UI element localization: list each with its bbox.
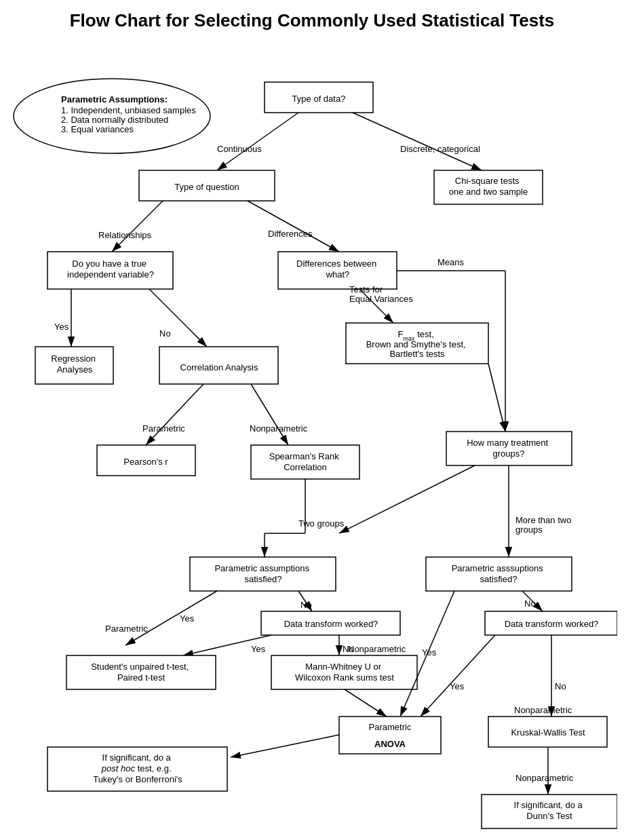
label-no-datatransform: No [300,600,312,610]
label-parametric-pearson: Parametric [142,423,185,434]
arrow-anova-to-posthoc [231,735,339,757]
label-no-more: No [524,598,536,609]
data-transform-more-text: Data transform worked? [505,619,599,629]
label-no-kruskal: No [555,681,566,691]
chi-square-text: Chi-square tests one and two sample [449,176,528,197]
do-you-have-text: Do you have a true independent variable? [67,259,154,280]
arrow-data-to-question [217,113,298,170]
type-of-data-text: Type of data? [292,94,346,104]
arrow-data-to-chi [353,113,482,170]
correlation-text: Correlation Analysis [180,362,258,373]
arrow-question-to-differences [248,201,339,252]
label-relationships: Relationships [98,230,152,240]
label-yes-regression: Yes [54,322,69,332]
arrow-eqvar-to-howmany [488,364,505,432]
label-means: Means [437,257,465,267]
label-discrete: Discrete, categorical [400,144,480,154]
label-yes-transform: Yes [251,644,266,654]
arrow-question-to-do-you [112,201,163,252]
label-no-correlation: No [159,328,171,339]
label-more-than-two: More than two groups [515,515,574,535]
arrow-param-two-yes [125,591,217,645]
kruskal-text: Kruskal-Wallis Test [511,727,585,738]
label-yes-students: Yes [180,613,195,624]
page-title: Flow Chart for Selecting Commonly Used S… [7,7,617,31]
label-nonparam-kruskal: Nonparametric [514,705,572,715]
label-yes-anova2: Yes [450,681,465,691]
label-two-groups: Two groups [298,518,345,529]
page: Flow Chart for Selecting Commonly Used S… [0,0,624,840]
post-hoc-text: If significant, do a post hoc test, e.g.… [93,752,182,784]
regression-text: Regression Analyses [51,354,98,375]
anova-text: ANOVA [374,739,406,749]
label-nonparam-mann: Nonparametric [348,644,406,654]
label-nonparam-dunn: Nonparametric [515,773,574,783]
pearsons-r-text: Pearson's r [123,457,168,467]
label-yes-anova: Yes [422,647,437,657]
mann-whitney-text: Mann-Whitney U or Wilcoxon Rank sums tes… [295,662,394,683]
label-nonparametric-spearman: Nonparametric [250,423,308,434]
data-transform-two-text: Data transform worked? [284,619,378,629]
type-of-question-text: Type of question [174,182,239,192]
arrow-correlation-to-spearman [251,384,288,445]
label-continuous: Continuous [217,144,262,154]
arrow-mann-to-anova [345,689,387,717]
tests-for-eq-var-label: Tests for Equal Variances [349,284,413,304]
label-parametric-students: Parametric [105,624,148,634]
arrow-correlation-to-pearson [146,384,203,445]
arrow-doyouhave-to-correlation [149,289,207,347]
anova-label-parametric: Parametric [369,722,412,732]
label-differences: Differences [268,229,313,239]
flowchart: Parametric Assumptions: 1. Independent, … [7,38,617,840]
